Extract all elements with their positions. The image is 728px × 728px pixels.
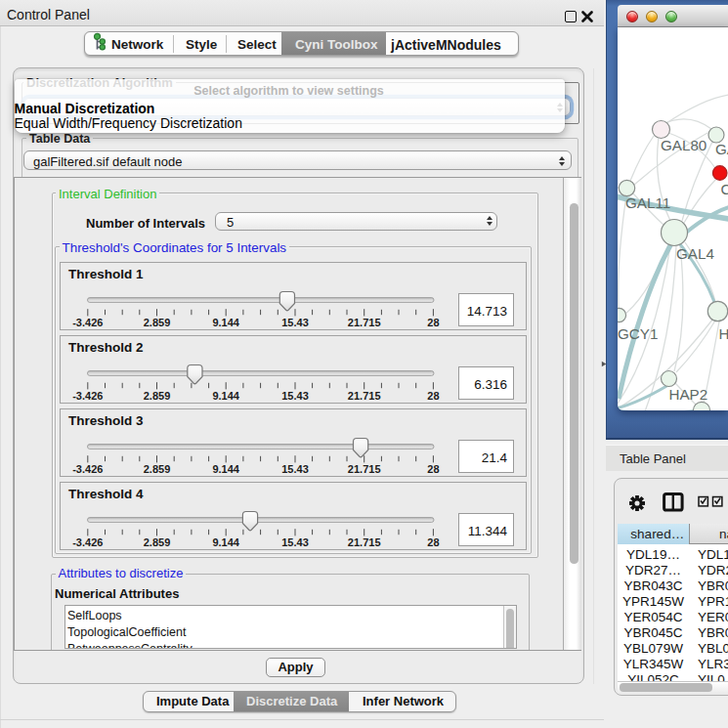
svg-text:28: 28: [427, 463, 439, 475]
svg-text:28: 28: [427, 317, 439, 328]
svg-text:H: H: [719, 325, 728, 342]
svg-text:9.144: 9.144: [212, 317, 239, 328]
svg-text:21.715: 21.715: [348, 390, 381, 402]
svg-text:9.144: 9.144: [212, 463, 239, 475]
svg-text:15.43: 15.43: [281, 317, 309, 328]
svg-text:21.715: 21.715: [348, 463, 381, 475]
svg-text:-3.426: -3.426: [72, 390, 103, 402]
svg-text:28: 28: [427, 536, 439, 548]
svg-text:21.715: 21.715: [348, 536, 381, 548]
svg-text:GAL80: GAL80: [661, 137, 707, 153]
svg-text:2.859: 2.859: [144, 317, 171, 328]
svg-text:-3.426: -3.426: [72, 317, 103, 328]
svg-text:28: 28: [427, 390, 439, 402]
svg-text:GCY1: GCY1: [618, 325, 658, 342]
svg-text:15.43: 15.43: [281, 463, 309, 475]
svg-text:C: C: [721, 181, 728, 197]
svg-text:-3.426: -3.426: [72, 536, 103, 548]
svg-text:HAP2: HAP2: [669, 386, 708, 403]
svg-text:-3.426: -3.426: [72, 463, 103, 475]
svg-text:GAL11: GAL11: [625, 194, 670, 211]
svg-text:GA: GA: [715, 141, 728, 157]
svg-text:9.144: 9.144: [212, 390, 239, 402]
svg-text:15.43: 15.43: [281, 536, 309, 548]
svg-text:21.715: 21.715: [348, 317, 381, 328]
svg-text:15.43: 15.43: [281, 390, 309, 402]
svg-text:9.144: 9.144: [212, 536, 239, 548]
svg-text:2.859: 2.859: [144, 390, 171, 402]
svg-text:2.859: 2.859: [144, 536, 171, 548]
svg-text:GAL4: GAL4: [676, 245, 714, 262]
svg-text:2.859: 2.859: [144, 463, 171, 475]
